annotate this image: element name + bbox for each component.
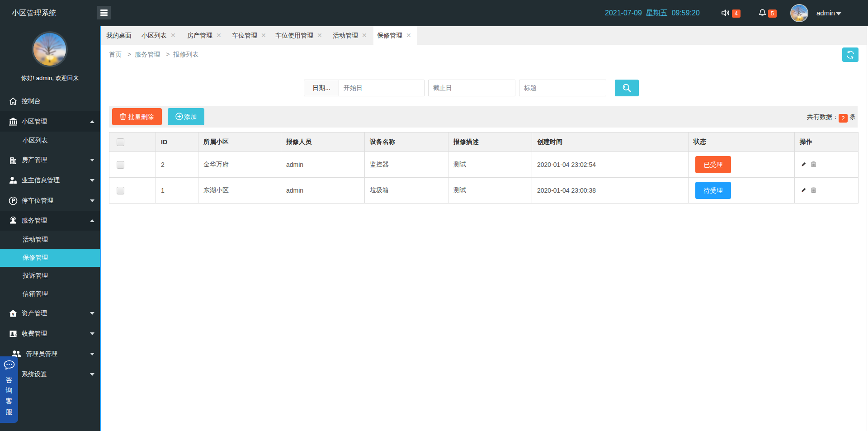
svg-text:¥: ¥ bbox=[12, 312, 14, 317]
